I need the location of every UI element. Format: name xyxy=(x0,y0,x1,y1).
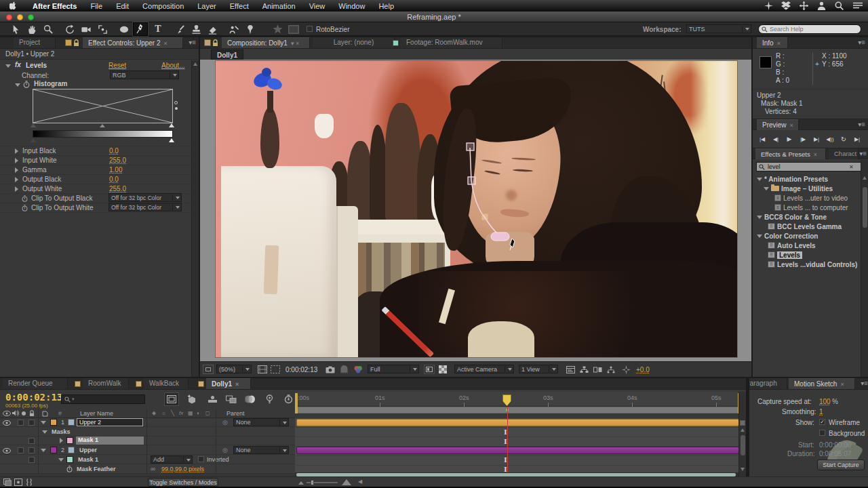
prop-twirl[interactable] xyxy=(15,148,18,154)
effect-about-link[interactable]: About... xyxy=(161,62,184,69)
menubar-spotlight-icon[interactable] xyxy=(830,1,848,10)
keyframe-icon[interactable]: I xyxy=(504,438,507,445)
last-frame-button[interactable]: ▶| xyxy=(810,133,823,145)
type-tool[interactable]: T xyxy=(151,23,165,35)
histogram-marker-dot[interactable] xyxy=(175,107,178,110)
expand-viewer-icon[interactable] xyxy=(203,365,214,374)
panel-lock-icon[interactable] xyxy=(212,39,218,47)
menu-composition[interactable]: Composition xyxy=(136,2,191,10)
menu-view[interactable]: View xyxy=(302,2,332,10)
region-of-interest-icon[interactable] xyxy=(270,365,281,374)
tab-layer[interactable]: Layer: (none) xyxy=(313,37,395,48)
tab-composition[interactable]: Composition: Dolly1▾ × xyxy=(222,37,310,48)
playhead-line[interactable] xyxy=(507,407,508,476)
effect-panel-scrollbar[interactable] xyxy=(191,60,199,377)
prop-value[interactable]: 255.0 xyxy=(109,185,126,192)
tab-close-icon[interactable]: ▾ × xyxy=(291,40,299,47)
selection-tool[interactable] xyxy=(8,23,23,35)
tree-item-selected[interactable]: ⠿ Levels xyxy=(753,250,860,260)
tree-item[interactable]: * Animation Presets xyxy=(753,174,860,184)
comp-flowchart-icon[interactable] xyxy=(578,365,589,374)
work-area-bar[interactable] xyxy=(296,407,739,413)
mask-feather-label[interactable]: Mask Feather xyxy=(77,466,116,472)
auto-keyframe-icon[interactable] xyxy=(281,392,296,406)
menubar-sparkle-icon[interactable] xyxy=(760,1,777,10)
stopwatch-icon[interactable] xyxy=(22,205,28,211)
fast-preview-icon[interactable] xyxy=(424,365,435,374)
mask-twirl[interactable] xyxy=(58,458,64,462)
tab-footage[interactable]: Footage: RoomWalk.mov xyxy=(401,37,502,48)
loop-button[interactable]: ↻ xyxy=(837,133,850,145)
tree-item[interactable]: ≡ Levels ... to computer xyxy=(753,203,860,212)
menubar-user-icon[interactable] xyxy=(812,1,830,10)
effect-reset-link[interactable]: Reset xyxy=(108,62,126,69)
layer-row[interactable]: 2 Upper ◎ None xyxy=(0,446,295,455)
layer-bar-upper[interactable] xyxy=(296,447,739,454)
zoom-out-mountain-icon[interactable] xyxy=(298,481,304,485)
panel-menu-icon[interactable]: ▾≡ xyxy=(189,39,196,46)
tab-effects-presets[interactable]: Effects & Presets× xyxy=(755,148,826,159)
tab-close-icon[interactable]: × xyxy=(235,381,239,388)
histogram-plot[interactable] xyxy=(33,89,173,123)
pixel-aspect-icon[interactable] xyxy=(592,365,603,374)
menu-file[interactable]: File xyxy=(83,2,109,10)
layer-twirl[interactable] xyxy=(41,449,46,452)
menu-layer[interactable]: Layer xyxy=(191,2,223,10)
smoothing-value[interactable]: 1 xyxy=(819,408,823,415)
tab-render-queue[interactable]: Render Queue xyxy=(3,378,68,389)
brainstorm-icon[interactable] xyxy=(262,392,277,406)
puppet-pin-tool[interactable] xyxy=(243,23,258,35)
comp-timecode[interactable]: 0:00:02:13 xyxy=(285,366,317,373)
timeline-icon[interactable] xyxy=(565,365,576,374)
hand-tool[interactable] xyxy=(24,23,39,35)
property-row[interactable]: Mask Feather ∞ 99.0,99.0 pixels xyxy=(0,465,295,474)
play-button[interactable]: ▶ xyxy=(783,133,796,145)
camera-tool[interactable] xyxy=(79,23,94,35)
next-frame-button[interactable]: |▶ xyxy=(796,133,810,145)
view-layout-3d-dropdown[interactable]: Active Camera xyxy=(454,365,514,373)
tree-item[interactable]: Image – Utilities xyxy=(753,184,860,193)
tab-roomwalk[interactable]: RoomWalk xyxy=(83,378,129,389)
exposure-reset-icon[interactable] xyxy=(620,365,631,374)
tab-walkback[interactable]: WalkBack xyxy=(144,378,189,389)
mini-flowchart-icon[interactable] xyxy=(606,365,616,374)
menu-help[interactable]: Help xyxy=(372,2,401,10)
eye-icon[interactable] xyxy=(3,448,11,453)
safe-margins-icon[interactable] xyxy=(257,365,268,374)
rotobezier-checkbox[interactable] xyxy=(307,26,313,32)
mask-color-swatch[interactable] xyxy=(66,437,73,444)
tree-item[interactable]: ⠿ Levels ...vidual Controls) xyxy=(753,260,860,269)
tab-close-icon[interactable]: × xyxy=(164,40,167,47)
brush-tool[interactable] xyxy=(172,23,187,35)
roto-brush-tool[interactable] xyxy=(226,23,241,35)
prop-twirl[interactable] xyxy=(15,186,18,192)
panel-lock-icon[interactable] xyxy=(73,39,79,47)
exposure-value[interactable]: +0.0 xyxy=(636,366,650,373)
window-title-bar[interactable]: Reframing.aep * xyxy=(0,12,868,22)
shape-tool[interactable] xyxy=(117,23,132,35)
tab-motion-sketch[interactable]: Motion Sketch× xyxy=(789,378,855,389)
output-white-slider[interactable] xyxy=(169,138,174,142)
pen-tool[interactable] xyxy=(133,22,148,36)
tab-character[interactable]: Charact xyxy=(829,148,859,159)
audio-mute-button[interactable]: ◀)) xyxy=(823,133,837,145)
switch-cell[interactable] xyxy=(28,438,35,444)
tab-project[interactable]: Project xyxy=(14,37,56,48)
tree-item[interactable]: ≡ Levels ...uter to video xyxy=(753,193,860,203)
switch-cell[interactable] xyxy=(28,457,35,463)
keyframe-icon[interactable]: I xyxy=(504,428,507,436)
capture-speed-value[interactable]: 100 xyxy=(819,398,831,405)
comp-name-tab[interactable]: Dolly1 xyxy=(211,49,243,60)
hide-shy-layers-icon[interactable] xyxy=(205,392,220,406)
current-timecode[interactable]: 0:00:02:13 xyxy=(5,392,62,403)
parent-dropdown[interactable]: None xyxy=(233,446,289,454)
menu-window[interactable]: Window xyxy=(332,2,372,10)
panel-menu-icon[interactable]: ▾≡ xyxy=(861,380,868,387)
mask-row[interactable]: Mask 1 Add Inverted xyxy=(0,455,295,464)
eye-icon[interactable] xyxy=(3,420,11,426)
panel-menu-icon[interactable]: ▾≡ xyxy=(858,121,865,128)
rotation-tool[interactable] xyxy=(62,23,77,35)
channels-icon[interactable] xyxy=(352,365,364,374)
wireframe-checkbox[interactable]: ✓ xyxy=(819,419,825,425)
expand-layers-icon[interactable] xyxy=(3,479,12,486)
